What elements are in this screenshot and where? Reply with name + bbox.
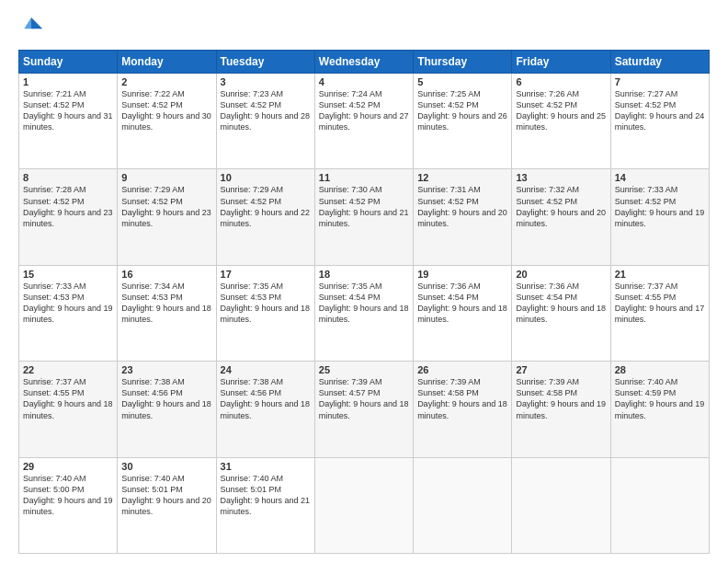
day-number: 11 bbox=[319, 172, 409, 183]
day-cell-21: 21Sunrise: 7:37 AMSunset: 4:55 PMDayligh… bbox=[610, 265, 709, 361]
day-details: Sunrise: 7:40 AMSunset: 5:01 PMDaylight:… bbox=[221, 474, 311, 516]
day-number: 27 bbox=[516, 364, 606, 375]
day-details: Sunrise: 7:39 AMSunset: 4:58 PMDaylight:… bbox=[417, 377, 507, 419]
day-number: 6 bbox=[516, 76, 606, 87]
day-cell-12: 12Sunrise: 7:31 AMSunset: 4:52 PMDayligh… bbox=[414, 169, 512, 265]
svg-rect-3 bbox=[18, 29, 44, 40]
day-number: 17 bbox=[221, 269, 311, 280]
day-details: Sunrise: 7:39 AMSunset: 4:58 PMDaylight:… bbox=[516, 377, 606, 419]
day-cell-28: 28Sunrise: 7:40 AMSunset: 4:59 PMDayligh… bbox=[610, 362, 709, 457]
day-details: Sunrise: 7:38 AMSunset: 4:56 PMDaylight:… bbox=[121, 377, 211, 419]
day-cell-16: 16Sunrise: 7:34 AMSunset: 4:53 PMDayligh… bbox=[118, 265, 216, 361]
day-cell-4: 4Sunrise: 7:24 AMSunset: 4:52 PMDaylight… bbox=[314, 74, 413, 169]
day-header-saturday: Saturday bbox=[610, 51, 709, 74]
day-cell-7: 7Sunrise: 7:27 AMSunset: 4:52 PMDaylight… bbox=[610, 74, 709, 169]
day-details: Sunrise: 7:40 AMSunset: 5:01 PMDaylight:… bbox=[121, 474, 211, 516]
logo-icon bbox=[18, 15, 44, 40]
day-details: Sunrise: 7:36 AMSunset: 4:54 PMDaylight:… bbox=[516, 282, 606, 324]
day-details: Sunrise: 7:25 AMSunset: 4:52 PMDaylight:… bbox=[417, 89, 507, 132]
day-cell-27: 27Sunrise: 7:39 AMSunset: 4:58 PMDayligh… bbox=[512, 362, 610, 457]
day-header-friday: Friday bbox=[512, 51, 610, 74]
day-cell-3: 3Sunrise: 7:23 AMSunset: 4:52 PMDaylight… bbox=[216, 74, 314, 169]
day-number: 30 bbox=[121, 461, 211, 472]
logo bbox=[18, 15, 48, 40]
week-row-3: 15Sunrise: 7:33 AMSunset: 4:53 PMDayligh… bbox=[19, 265, 710, 361]
day-details: Sunrise: 7:26 AMSunset: 4:52 PMDaylight:… bbox=[516, 89, 606, 132]
day-details: Sunrise: 7:31 AMSunset: 4:52 PMDaylight:… bbox=[417, 185, 507, 227]
day-details: Sunrise: 7:24 AMSunset: 4:52 PMDaylight:… bbox=[319, 89, 409, 132]
empty-cell bbox=[314, 457, 413, 553]
day-header-thursday: Thursday bbox=[414, 51, 512, 74]
day-number: 21 bbox=[615, 269, 705, 280]
day-cell-13: 13Sunrise: 7:32 AMSunset: 4:52 PMDayligh… bbox=[512, 169, 610, 265]
empty-cell bbox=[512, 457, 610, 553]
day-details: Sunrise: 7:29 AMSunset: 4:52 PMDaylight:… bbox=[121, 185, 211, 227]
day-cell-15: 15Sunrise: 7:33 AMSunset: 4:53 PMDayligh… bbox=[19, 265, 118, 361]
day-number: 31 bbox=[221, 461, 311, 472]
day-details: Sunrise: 7:23 AMSunset: 4:52 PMDaylight:… bbox=[221, 89, 311, 132]
day-number: 12 bbox=[417, 172, 507, 183]
day-number: 22 bbox=[23, 364, 113, 375]
week-row-2: 8Sunrise: 7:28 AMSunset: 4:52 PMDaylight… bbox=[19, 169, 710, 265]
header bbox=[18, 15, 710, 40]
day-details: Sunrise: 7:34 AMSunset: 4:53 PMDaylight:… bbox=[121, 282, 211, 324]
day-details: Sunrise: 7:40 AMSunset: 5:00 PMDaylight:… bbox=[23, 474, 113, 516]
day-cell-29: 29Sunrise: 7:40 AMSunset: 5:00 PMDayligh… bbox=[19, 457, 118, 553]
day-cell-17: 17Sunrise: 7:35 AMSunset: 4:53 PMDayligh… bbox=[216, 265, 314, 361]
day-number: 9 bbox=[121, 172, 211, 183]
day-number: 4 bbox=[319, 76, 409, 87]
day-header-monday: Monday bbox=[118, 51, 216, 74]
day-details: Sunrise: 7:33 AMSunset: 4:52 PMDaylight:… bbox=[615, 185, 705, 227]
calendar-header-row: SundayMondayTuesdayWednesdayThursdayFrid… bbox=[19, 51, 710, 74]
day-number: 18 bbox=[319, 269, 409, 280]
day-number: 29 bbox=[23, 461, 113, 472]
day-details: Sunrise: 7:29 AMSunset: 4:52 PMDaylight:… bbox=[221, 185, 311, 227]
empty-cell bbox=[610, 457, 709, 553]
day-number: 25 bbox=[319, 364, 409, 375]
day-number: 23 bbox=[121, 364, 211, 375]
day-details: Sunrise: 7:38 AMSunset: 4:56 PMDaylight:… bbox=[221, 377, 311, 419]
day-cell-30: 30Sunrise: 7:40 AMSunset: 5:01 PMDayligh… bbox=[118, 457, 216, 553]
day-details: Sunrise: 7:21 AMSunset: 4:52 PMDaylight:… bbox=[23, 89, 113, 132]
empty-cell bbox=[414, 457, 512, 553]
day-cell-26: 26Sunrise: 7:39 AMSunset: 4:58 PMDayligh… bbox=[414, 362, 512, 457]
day-cell-2: 2Sunrise: 7:22 AMSunset: 4:52 PMDaylight… bbox=[118, 74, 216, 169]
day-number: 13 bbox=[516, 172, 606, 183]
day-header-wednesday: Wednesday bbox=[314, 51, 413, 74]
day-header-sunday: Sunday bbox=[19, 51, 118, 74]
day-number: 14 bbox=[615, 172, 705, 183]
day-details: Sunrise: 7:28 AMSunset: 4:52 PMDaylight:… bbox=[23, 185, 113, 227]
day-number: 24 bbox=[221, 364, 311, 375]
day-number: 3 bbox=[221, 76, 311, 87]
day-cell-9: 9Sunrise: 7:29 AMSunset: 4:52 PMDaylight… bbox=[118, 169, 216, 265]
day-details: Sunrise: 7:35 AMSunset: 4:53 PMDaylight:… bbox=[221, 282, 311, 324]
day-details: Sunrise: 7:22 AMSunset: 4:52 PMDaylight:… bbox=[121, 89, 211, 132]
day-cell-5: 5Sunrise: 7:25 AMSunset: 4:52 PMDaylight… bbox=[414, 74, 512, 169]
day-cell-31: 31Sunrise: 7:40 AMSunset: 5:01 PMDayligh… bbox=[216, 457, 314, 553]
day-number: 15 bbox=[23, 269, 113, 280]
day-cell-18: 18Sunrise: 7:35 AMSunset: 4:54 PMDayligh… bbox=[314, 265, 413, 361]
week-row-5: 29Sunrise: 7:40 AMSunset: 5:00 PMDayligh… bbox=[19, 457, 710, 553]
day-number: 1 bbox=[23, 76, 113, 87]
day-number: 5 bbox=[417, 76, 507, 87]
day-cell-1: 1Sunrise: 7:21 AMSunset: 4:52 PMDaylight… bbox=[19, 74, 118, 169]
week-row-1: 1Sunrise: 7:21 AMSunset: 4:52 PMDaylight… bbox=[19, 74, 710, 169]
day-number: 8 bbox=[23, 172, 113, 183]
day-details: Sunrise: 7:40 AMSunset: 4:59 PMDaylight:… bbox=[615, 377, 705, 419]
day-details: Sunrise: 7:35 AMSunset: 4:54 PMDaylight:… bbox=[319, 282, 409, 324]
day-details: Sunrise: 7:33 AMSunset: 4:53 PMDaylight:… bbox=[23, 282, 113, 324]
day-details: Sunrise: 7:30 AMSunset: 4:52 PMDaylight:… bbox=[319, 185, 409, 227]
day-number: 16 bbox=[121, 269, 211, 280]
day-number: 2 bbox=[121, 76, 211, 87]
day-number: 7 bbox=[615, 76, 705, 87]
day-cell-23: 23Sunrise: 7:38 AMSunset: 4:56 PMDayligh… bbox=[118, 362, 216, 457]
day-number: 10 bbox=[221, 172, 311, 183]
day-details: Sunrise: 7:32 AMSunset: 4:52 PMDaylight:… bbox=[516, 185, 606, 227]
day-details: Sunrise: 7:37 AMSunset: 4:55 PMDaylight:… bbox=[615, 282, 705, 324]
day-cell-10: 10Sunrise: 7:29 AMSunset: 4:52 PMDayligh… bbox=[216, 169, 314, 265]
day-cell-20: 20Sunrise: 7:36 AMSunset: 4:54 PMDayligh… bbox=[512, 265, 610, 361]
day-cell-25: 25Sunrise: 7:39 AMSunset: 4:57 PMDayligh… bbox=[314, 362, 413, 457]
calendar-page: SundayMondayTuesdayWednesdayThursdayFrid… bbox=[0, 0, 728, 563]
day-cell-11: 11Sunrise: 7:30 AMSunset: 4:52 PMDayligh… bbox=[314, 169, 413, 265]
day-number: 26 bbox=[417, 364, 507, 375]
